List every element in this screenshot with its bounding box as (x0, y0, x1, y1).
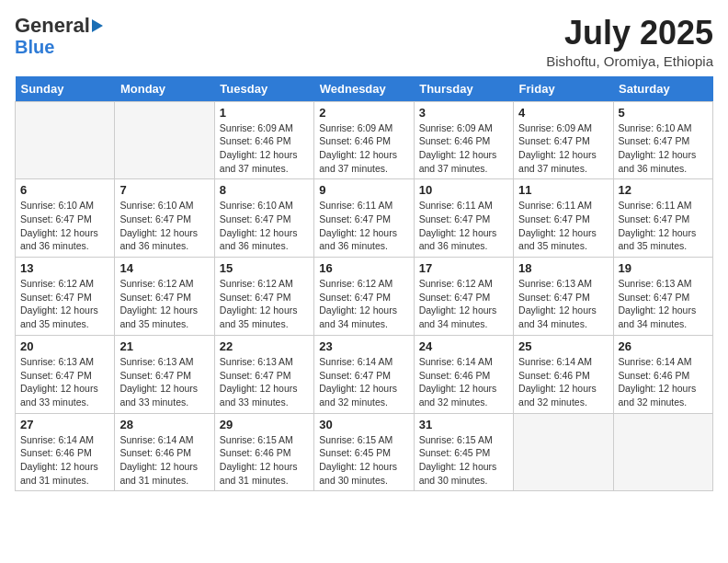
day-number: 6 (20, 183, 109, 197)
calendar-cell: 25Sunrise: 6:14 AMSunset: 6:46 PMDayligh… (514, 335, 613, 413)
calendar-cell: 20Sunrise: 6:13 AMSunset: 6:47 PMDayligh… (16, 335, 115, 413)
day-number: 27 (20, 418, 109, 431)
day-info: Sunrise: 6:12 AMSunset: 6:47 PMDaylight:… (319, 277, 408, 331)
calendar-cell (16, 101, 115, 179)
calendar-cell: 9Sunrise: 6:11 AMSunset: 6:47 PMDaylight… (314, 179, 414, 258)
calendar-cell: 10Sunrise: 6:11 AMSunset: 6:47 PMDayligh… (414, 179, 513, 258)
day-number: 29 (220, 418, 309, 431)
calendar-table: SundayMondayTuesdayWednesdayThursdayFrid… (15, 76, 713, 492)
calendar-cell: 18Sunrise: 6:13 AMSunset: 6:47 PMDayligh… (514, 258, 613, 336)
day-info: Sunrise: 6:12 AMSunset: 6:47 PMDaylight:… (220, 277, 309, 331)
day-number: 22 (220, 339, 309, 353)
calendar-cell (514, 413, 613, 491)
day-number: 16 (319, 261, 408, 275)
day-number: 10 (419, 183, 508, 197)
day-info: Sunrise: 6:15 AMSunset: 6:46 PMDaylight:… (220, 433, 309, 488)
calendar-header-row: SundayMondayTuesdayWednesdayThursdayFrid… (16, 76, 713, 102)
calendar-cell: 21Sunrise: 6:13 AMSunset: 6:47 PMDayligh… (115, 335, 214, 413)
day-number: 4 (518, 106, 608, 120)
logo-text: General (15, 15, 90, 37)
col-header-thursday: Thursday (414, 76, 513, 102)
logo-arrow-icon (92, 19, 103, 32)
day-info: Sunrise: 6:12 AMSunset: 6:47 PMDaylight:… (419, 277, 508, 331)
day-number: 19 (619, 261, 708, 275)
calendar-week-row: 27Sunrise: 6:14 AMSunset: 6:46 PMDayligh… (16, 413, 713, 491)
day-info: Sunrise: 6:11 AMSunset: 6:47 PMDaylight:… (619, 199, 708, 253)
calendar-week-row: 13Sunrise: 6:12 AMSunset: 6:47 PMDayligh… (16, 258, 713, 336)
calendar-cell: 4Sunrise: 6:09 AMSunset: 6:47 PMDaylight… (514, 101, 613, 179)
day-number: 2 (319, 106, 408, 120)
day-number: 5 (619, 106, 708, 120)
calendar-cell: 12Sunrise: 6:11 AMSunset: 6:47 PMDayligh… (613, 179, 712, 258)
day-info: Sunrise: 6:15 AMSunset: 6:45 PMDaylight:… (319, 433, 408, 488)
month-year-title: July 2025 (546, 15, 713, 52)
day-number: 26 (619, 339, 708, 353)
calendar-week-row: 6Sunrise: 6:10 AMSunset: 6:47 PMDaylight… (16, 179, 713, 258)
calendar-cell: 2Sunrise: 6:09 AMSunset: 6:46 PMDaylight… (314, 101, 414, 179)
calendar-cell: 17Sunrise: 6:12 AMSunset: 6:47 PMDayligh… (414, 258, 513, 336)
calendar-cell: 26Sunrise: 6:14 AMSunset: 6:46 PMDayligh… (613, 335, 712, 413)
calendar-week-row: 20Sunrise: 6:13 AMSunset: 6:47 PMDayligh… (16, 335, 713, 413)
day-number: 9 (319, 183, 408, 197)
day-number: 8 (220, 183, 309, 197)
calendar-cell: 15Sunrise: 6:12 AMSunset: 6:47 PMDayligh… (214, 258, 313, 336)
calendar-cell: 8Sunrise: 6:10 AMSunset: 6:47 PMDaylight… (214, 179, 313, 258)
calendar-cell: 13Sunrise: 6:12 AMSunset: 6:47 PMDayligh… (16, 258, 115, 336)
location-text: Bishoftu, Oromiya, Ethiopia (546, 53, 713, 69)
day-info: Sunrise: 6:12 AMSunset: 6:47 PMDaylight:… (20, 277, 109, 331)
day-number: 12 (619, 183, 708, 197)
day-info: Sunrise: 6:09 AMSunset: 6:46 PMDaylight:… (319, 121, 408, 176)
calendar-week-row: 1Sunrise: 6:09 AMSunset: 6:46 PMDaylight… (16, 101, 713, 179)
calendar-cell: 29Sunrise: 6:15 AMSunset: 6:46 PMDayligh… (214, 413, 313, 491)
day-info: Sunrise: 6:11 AMSunset: 6:47 PMDaylight:… (319, 199, 408, 253)
title-block: July 2025 Bishoftu, Oromiya, Ethiopia (546, 15, 713, 69)
day-number: 13 (20, 261, 109, 275)
calendar-cell: 23Sunrise: 6:14 AMSunset: 6:47 PMDayligh… (314, 335, 414, 413)
day-info: Sunrise: 6:11 AMSunset: 6:47 PMDaylight:… (518, 199, 608, 253)
day-info: Sunrise: 6:09 AMSunset: 6:46 PMDaylight:… (419, 121, 508, 176)
day-info: Sunrise: 6:10 AMSunset: 6:47 PMDaylight:… (119, 199, 209, 253)
calendar-cell: 11Sunrise: 6:11 AMSunset: 6:47 PMDayligh… (514, 179, 613, 258)
calendar-cell: 5Sunrise: 6:10 AMSunset: 6:47 PMDaylight… (613, 101, 712, 179)
day-info: Sunrise: 6:10 AMSunset: 6:47 PMDaylight:… (20, 199, 109, 253)
logo-blue-text: Blue (15, 37, 54, 57)
day-info: Sunrise: 6:14 AMSunset: 6:46 PMDaylight:… (419, 355, 508, 409)
day-info: Sunrise: 6:13 AMSunset: 6:47 PMDaylight:… (518, 277, 608, 331)
day-number: 14 (119, 261, 209, 275)
col-header-sunday: Sunday (16, 76, 115, 102)
calendar-cell: 24Sunrise: 6:14 AMSunset: 6:46 PMDayligh… (414, 335, 513, 413)
calendar-cell: 16Sunrise: 6:12 AMSunset: 6:47 PMDayligh… (314, 258, 414, 336)
day-number: 11 (518, 183, 608, 197)
day-number: 25 (518, 339, 608, 353)
day-info: Sunrise: 6:12 AMSunset: 6:47 PMDaylight:… (119, 277, 209, 331)
day-info: Sunrise: 6:14 AMSunset: 6:46 PMDaylight:… (619, 355, 708, 409)
day-number: 31 (419, 418, 508, 431)
day-info: Sunrise: 6:14 AMSunset: 6:46 PMDaylight:… (20, 433, 109, 488)
col-header-monday: Monday (115, 76, 214, 102)
calendar-cell: 3Sunrise: 6:09 AMSunset: 6:46 PMDaylight… (414, 101, 513, 179)
calendar-cell: 7Sunrise: 6:10 AMSunset: 6:47 PMDaylight… (115, 179, 214, 258)
day-info: Sunrise: 6:10 AMSunset: 6:47 PMDaylight:… (220, 199, 309, 253)
day-info: Sunrise: 6:14 AMSunset: 6:47 PMDaylight:… (319, 355, 408, 409)
day-number: 21 (119, 339, 209, 353)
col-header-friday: Friday (514, 76, 613, 102)
day-info: Sunrise: 6:13 AMSunset: 6:47 PMDaylight:… (119, 355, 209, 409)
calendar-cell: 30Sunrise: 6:15 AMSunset: 6:45 PMDayligh… (314, 413, 414, 491)
day-number: 24 (419, 339, 508, 353)
day-info: Sunrise: 6:15 AMSunset: 6:45 PMDaylight:… (419, 433, 508, 488)
day-info: Sunrise: 6:13 AMSunset: 6:47 PMDaylight:… (619, 277, 708, 331)
day-number: 15 (220, 261, 309, 275)
day-number: 1 (220, 106, 309, 120)
day-number: 3 (419, 106, 508, 120)
calendar-cell: 31Sunrise: 6:15 AMSunset: 6:45 PMDayligh… (414, 413, 513, 491)
calendar-cell: 14Sunrise: 6:12 AMSunset: 6:47 PMDayligh… (115, 258, 214, 336)
col-header-tuesday: Tuesday (214, 76, 313, 102)
col-header-saturday: Saturday (613, 76, 712, 102)
calendar-cell: 27Sunrise: 6:14 AMSunset: 6:46 PMDayligh… (16, 413, 115, 491)
calendar-cell: 19Sunrise: 6:13 AMSunset: 6:47 PMDayligh… (613, 258, 712, 336)
day-info: Sunrise: 6:13 AMSunset: 6:47 PMDaylight:… (20, 355, 109, 409)
calendar-cell: 28Sunrise: 6:14 AMSunset: 6:46 PMDayligh… (115, 413, 214, 491)
day-info: Sunrise: 6:09 AMSunset: 6:47 PMDaylight:… (518, 121, 608, 176)
day-number: 17 (419, 261, 508, 275)
calendar-cell (613, 413, 712, 491)
